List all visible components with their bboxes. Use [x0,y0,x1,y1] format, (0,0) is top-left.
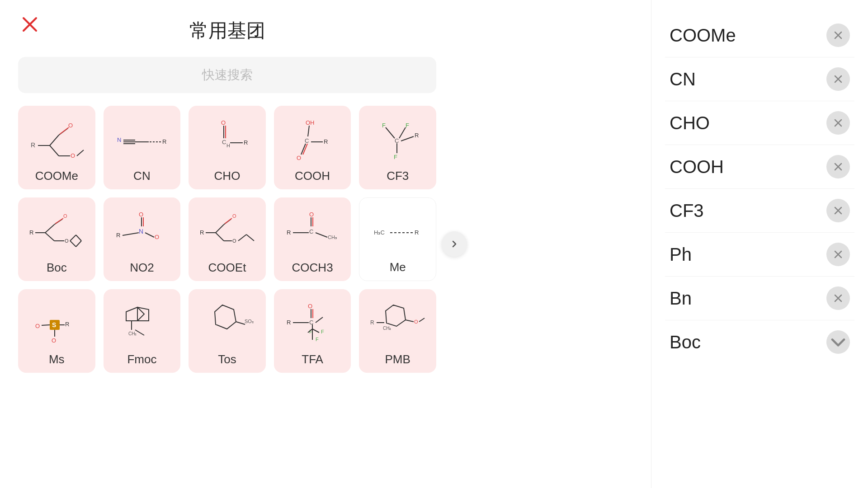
grid-label-Ms: Ms [49,352,65,366]
grid-label-Tos: Tos [218,352,236,366]
svg-line-100 [236,322,245,324]
svg-line-121 [419,318,425,322]
grid-item-CF3[interactable]: F F C F R CF3 [359,106,436,189]
grid-label-NO2: NO2 [130,261,154,275]
svg-marker-99 [215,305,236,329]
chem-structure-CN: N R [108,114,176,165]
svg-text:O: O [71,152,75,159]
svg-line-89 [42,325,50,325]
svg-line-48 [55,218,63,224]
right-item-COOMe: COOMe [665,14,854,57]
close-button[interactable] [18,13,42,36]
svg-line-114 [312,329,319,333]
svg-text:O: O [52,337,56,344]
remove-COOH-button[interactable] [826,155,850,178]
chem-structure-COOEt: R O O [193,206,261,257]
svg-text:O: O [308,303,312,310]
chem-structure-TFA: O C R F F F [278,297,347,349]
svg-text:F: F [406,122,409,129]
svg-text:R: R [415,132,419,139]
svg-text:F: F [394,154,397,160]
svg-text:R: R [162,138,166,145]
svg-line-41 [401,136,414,141]
grid-item-PMB[interactable]: R CH₂ O PMB [359,289,436,373]
svg-text:R: R [200,229,204,236]
svg-text:R: R [244,139,248,146]
right-item-Ph: Ph [665,233,854,277]
page-title: 常用基团 [18,14,436,43]
grid-item-Tos[interactable]: SO₂ Tos [189,289,266,373]
svg-line-52 [70,235,76,241]
grid-label-COOH: COOH [295,169,330,183]
svg-line-54 [76,241,81,247]
chem-structure-Boc: R O O [23,206,91,257]
right-item-label-CHO: CHO [670,113,710,133]
svg-text:O: O [35,323,40,329]
svg-line-11 [77,150,84,156]
svg-text:C: C [222,139,226,145]
search-bar[interactable]: 快速搜索 [18,57,436,93]
svg-line-108 [316,317,323,323]
grid-label-CHO: CHO [214,169,241,183]
svg-line-60 [145,233,154,237]
svg-text:R: R [287,229,291,236]
svg-line-5 [50,145,59,156]
grid-item-CHO[interactable]: O C H R CHO [189,106,266,189]
grid-item-COCH3[interactable]: O C R CH₃ COCH3 [274,197,351,281]
grid-item-Me[interactable]: H₃C R Me [359,197,436,281]
chem-structure-Fmoc: CH₂ [108,297,176,349]
grid-item-Ms[interactable]: S O O R Ms [18,289,95,373]
chem-structure-COCH3: O C R CH₃ [278,206,347,257]
svg-text:R: R [29,229,33,236]
svg-line-53 [76,235,81,241]
grid-label-TFA: TFA [302,352,323,366]
grid-item-NO2[interactable]: O N O R NO2 [104,197,181,281]
remove-CF3-button[interactable] [826,199,850,222]
grid-item-COOH[interactable]: OH C O R COOH [274,106,351,189]
right-item-label-COOMe: COOMe [670,25,736,46]
svg-text:O: O [232,238,236,244]
svg-text:O: O [297,155,301,161]
grid-item-Fmoc[interactable]: CH₂ Fmoc [104,289,181,373]
svg-line-7 [60,127,69,134]
remove-Bn-button[interactable] [826,286,850,310]
svg-text:H₃C: H₃C [374,229,385,236]
right-item-CF3: CF3 [665,189,854,233]
grid-label-Fmoc: Fmoc [127,352,156,366]
grid-label-Boc: Boc [47,261,67,275]
svg-line-66 [216,225,224,233]
svg-text:OH: OH [306,119,315,126]
grid-item-TFA[interactable]: O C R F F F TFA [274,289,351,373]
svg-text:C: C [309,228,313,235]
remove-Ph-button[interactable] [826,243,850,266]
svg-text:R: R [116,232,120,239]
svg-line-69 [225,218,232,224]
svg-text:CH₂: CH₂ [383,326,391,331]
svg-line-37 [399,127,406,138]
svg-text:C: C [305,137,309,144]
right-item-COOH: COOH [665,145,854,189]
svg-line-81 [316,233,327,237]
svg-marker-94 [126,307,144,321]
svg-text:O: O [63,213,67,219]
svg-text:N: N [117,136,121,143]
remove-COOMe-button[interactable] [826,23,850,47]
grid-item-CN[interactable]: N R CN [104,106,181,189]
right-item-label-Boc: Boc [670,332,701,352]
remove-CN-button[interactable] [826,67,850,91]
svg-text:F: F [316,337,319,342]
scroll-right-button[interactable] [442,231,467,257]
svg-text:SO₂: SO₂ [245,319,254,324]
svg-text:R: R [31,141,35,149]
scroll-down-button[interactable] [826,330,850,354]
grid-item-COOEt[interactable]: R O O COOEt [189,197,266,281]
right-item-Boc-partial: Boc [665,320,854,354]
grid-label-COOMe: COOMe [35,169,78,183]
svg-text:CH₃: CH₃ [328,235,337,240]
remove-CHO-button[interactable] [826,111,850,135]
svg-line-119 [406,320,414,322]
svg-line-35 [386,127,395,138]
grid-item-COOMe[interactable]: R O O COOMe [18,106,95,189]
svg-marker-118 [386,305,406,326]
grid-item-Boc[interactable]: R O O Boc [18,197,95,281]
